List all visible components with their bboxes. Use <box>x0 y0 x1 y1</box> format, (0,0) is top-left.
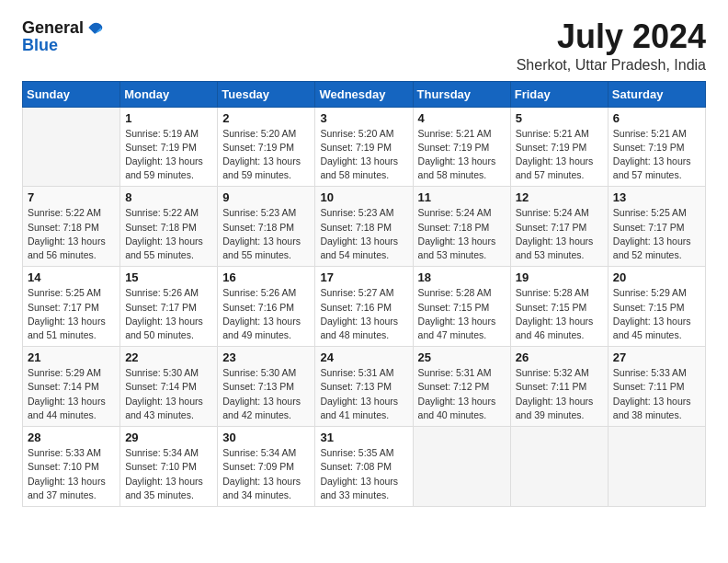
day-number: 5 <box>516 111 603 125</box>
calendar-cell: 2Sunrise: 5:20 AMSunset: 7:19 PMDaylight… <box>218 107 315 187</box>
day-number: 24 <box>320 350 407 364</box>
calendar-week-row: 1Sunrise: 5:19 AMSunset: 7:19 PMDaylight… <box>23 107 706 187</box>
calendar-cell: 23Sunrise: 5:30 AMSunset: 7:13 PMDayligh… <box>218 347 315 427</box>
calendar-cell: 13Sunrise: 5:25 AMSunset: 7:17 PMDayligh… <box>608 187 705 267</box>
calendar-cell: 31Sunrise: 5:35 AMSunset: 7:08 PMDayligh… <box>315 427 413 507</box>
day-number: 1 <box>125 111 212 125</box>
day-info: Sunrise: 5:29 AMSunset: 7:15 PMDaylight:… <box>613 286 700 342</box>
day-info: Sunrise: 5:22 AMSunset: 7:18 PMDaylight:… <box>125 206 212 262</box>
page-header: General Blue July 2024 Sherkot, Uttar Pr… <box>22 18 706 74</box>
day-number: 28 <box>28 431 115 444</box>
day-info: Sunrise: 5:35 AMSunset: 7:08 PMDaylight:… <box>320 446 407 502</box>
calendar-cell: 11Sunrise: 5:24 AMSunset: 7:18 PMDayligh… <box>413 187 510 267</box>
logo: General Blue <box>22 18 104 53</box>
day-info: Sunrise: 5:20 AMSunset: 7:19 PMDaylight:… <box>320 127 407 183</box>
day-info: Sunrise: 5:24 AMSunset: 7:17 PMDaylight:… <box>516 206 603 262</box>
calendar-cell: 5Sunrise: 5:21 AMSunset: 7:19 PMDaylight… <box>510 107 608 187</box>
calendar-week-row: 7Sunrise: 5:22 AMSunset: 7:18 PMDaylight… <box>23 187 706 267</box>
calendar-cell: 24Sunrise: 5:31 AMSunset: 7:13 PMDayligh… <box>315 347 413 427</box>
day-number: 6 <box>613 111 700 125</box>
day-info: Sunrise: 5:28 AMSunset: 7:15 PMDaylight:… <box>418 286 506 342</box>
calendar-cell: 14Sunrise: 5:25 AMSunset: 7:17 PMDayligh… <box>23 267 120 347</box>
day-number: 9 <box>222 190 310 204</box>
day-info: Sunrise: 5:32 AMSunset: 7:11 PMDaylight:… <box>516 366 603 422</box>
calendar-cell: 20Sunrise: 5:29 AMSunset: 7:15 PMDayligh… <box>608 267 705 347</box>
day-number: 4 <box>418 111 506 125</box>
day-number: 10 <box>320 190 407 204</box>
day-info: Sunrise: 5:31 AMSunset: 7:12 PMDaylight:… <box>418 366 506 422</box>
calendar-cell: 1Sunrise: 5:19 AMSunset: 7:19 PMDaylight… <box>120 107 218 187</box>
day-number: 11 <box>418 190 506 204</box>
calendar-cell <box>23 107 120 187</box>
day-number: 19 <box>516 270 603 284</box>
day-info: Sunrise: 5:21 AMSunset: 7:19 PMDaylight:… <box>613 127 700 183</box>
day-info: Sunrise: 5:33 AMSunset: 7:10 PMDaylight:… <box>28 446 115 502</box>
calendar-cell: 4Sunrise: 5:21 AMSunset: 7:19 PMDaylight… <box>413 107 510 187</box>
day-info: Sunrise: 5:27 AMSunset: 7:16 PMDaylight:… <box>320 286 407 342</box>
calendar-cell: 10Sunrise: 5:23 AMSunset: 7:18 PMDayligh… <box>315 187 413 267</box>
day-info: Sunrise: 5:19 AMSunset: 7:19 PMDaylight:… <box>125 127 212 183</box>
calendar-cell: 17Sunrise: 5:27 AMSunset: 7:16 PMDayligh… <box>315 267 413 347</box>
day-number: 22 <box>125 350 212 364</box>
day-info: Sunrise: 5:21 AMSunset: 7:19 PMDaylight:… <box>516 127 603 183</box>
calendar-week-row: 28Sunrise: 5:33 AMSunset: 7:10 PMDayligh… <box>23 427 706 507</box>
logo-icon <box>85 18 104 37</box>
calendar-cell: 22Sunrise: 5:30 AMSunset: 7:14 PMDayligh… <box>120 347 218 427</box>
day-info: Sunrise: 5:33 AMSunset: 7:11 PMDaylight:… <box>613 366 700 422</box>
calendar-cell: 19Sunrise: 5:28 AMSunset: 7:15 PMDayligh… <box>510 267 608 347</box>
calendar-cell <box>608 427 705 507</box>
day-number: 27 <box>613 350 700 364</box>
day-info: Sunrise: 5:34 AMSunset: 7:09 PMDaylight:… <box>222 446 310 502</box>
month-year-title: July 2024 <box>517 18 706 55</box>
calendar-week-row: 14Sunrise: 5:25 AMSunset: 7:17 PMDayligh… <box>23 267 706 347</box>
day-number: 8 <box>125 190 212 204</box>
day-number: 16 <box>222 270 310 284</box>
calendar-cell: 9Sunrise: 5:23 AMSunset: 7:18 PMDaylight… <box>218 187 315 267</box>
day-number: 12 <box>516 190 603 204</box>
title-section: July 2024 Sherkot, Uttar Pradesh, India <box>517 18 706 74</box>
calendar-cell: 27Sunrise: 5:33 AMSunset: 7:11 PMDayligh… <box>608 347 705 427</box>
calendar-cell: 8Sunrise: 5:22 AMSunset: 7:18 PMDaylight… <box>120 187 218 267</box>
day-number: 25 <box>418 350 506 364</box>
calendar-table: SundayMondayTuesdayWednesdayThursdayFrid… <box>22 81 706 507</box>
calendar-week-row: 21Sunrise: 5:29 AMSunset: 7:14 PMDayligh… <box>23 347 706 427</box>
calendar-header-row: SundayMondayTuesdayWednesdayThursdayFrid… <box>23 81 706 107</box>
day-number: 30 <box>222 431 310 444</box>
day-number: 3 <box>320 111 407 125</box>
day-number: 13 <box>613 190 700 204</box>
day-number: 7 <box>28 190 115 204</box>
location-subtitle: Sherkot, Uttar Pradesh, India <box>517 57 706 74</box>
calendar-cell: 18Sunrise: 5:28 AMSunset: 7:15 PMDayligh… <box>413 267 510 347</box>
calendar-header-tuesday: Tuesday <box>218 81 315 107</box>
day-number: 23 <box>222 350 310 364</box>
calendar-cell: 16Sunrise: 5:26 AMSunset: 7:16 PMDayligh… <box>218 267 315 347</box>
calendar-cell: 12Sunrise: 5:24 AMSunset: 7:17 PMDayligh… <box>510 187 608 267</box>
day-info: Sunrise: 5:31 AMSunset: 7:13 PMDaylight:… <box>320 366 407 422</box>
day-info: Sunrise: 5:24 AMSunset: 7:18 PMDaylight:… <box>418 206 506 262</box>
day-number: 26 <box>516 350 603 364</box>
day-number: 31 <box>320 431 407 444</box>
calendar-cell: 26Sunrise: 5:32 AMSunset: 7:11 PMDayligh… <box>510 347 608 427</box>
calendar-cell: 7Sunrise: 5:22 AMSunset: 7:18 PMDaylight… <box>23 187 120 267</box>
day-number: 14 <box>28 270 115 284</box>
calendar-cell: 28Sunrise: 5:33 AMSunset: 7:10 PMDayligh… <box>23 427 120 507</box>
day-number: 29 <box>125 431 212 444</box>
day-info: Sunrise: 5:25 AMSunset: 7:17 PMDaylight:… <box>28 286 115 342</box>
day-info: Sunrise: 5:26 AMSunset: 7:16 PMDaylight:… <box>222 286 310 342</box>
logo-blue: Blue <box>22 36 58 54</box>
day-info: Sunrise: 5:26 AMSunset: 7:17 PMDaylight:… <box>125 286 212 342</box>
calendar-cell: 3Sunrise: 5:20 AMSunset: 7:19 PMDaylight… <box>315 107 413 187</box>
day-number: 2 <box>222 111 310 125</box>
logo-general: General <box>22 19 84 36</box>
day-number: 20 <box>613 270 700 284</box>
day-info: Sunrise: 5:23 AMSunset: 7:18 PMDaylight:… <box>320 206 407 262</box>
calendar-header-wednesday: Wednesday <box>315 81 413 107</box>
day-info: Sunrise: 5:21 AMSunset: 7:19 PMDaylight:… <box>418 127 506 183</box>
day-info: Sunrise: 5:20 AMSunset: 7:19 PMDaylight:… <box>222 127 310 183</box>
day-info: Sunrise: 5:28 AMSunset: 7:15 PMDaylight:… <box>516 286 603 342</box>
calendar-header-sunday: Sunday <box>23 81 120 107</box>
calendar-cell <box>510 427 608 507</box>
calendar-cell: 30Sunrise: 5:34 AMSunset: 7:09 PMDayligh… <box>218 427 315 507</box>
day-info: Sunrise: 5:22 AMSunset: 7:18 PMDaylight:… <box>28 206 115 262</box>
calendar-cell: 29Sunrise: 5:34 AMSunset: 7:10 PMDayligh… <box>120 427 218 507</box>
